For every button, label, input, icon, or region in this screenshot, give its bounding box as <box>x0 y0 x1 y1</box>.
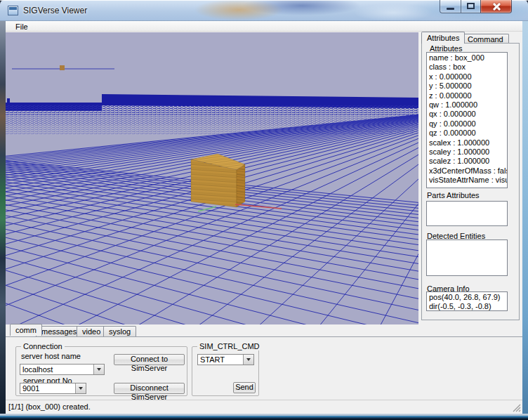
tab-attributes[interactable]: Attributes <box>421 32 465 44</box>
desktop: SIGVerse Viewer File <box>0 0 528 420</box>
sim-ctrl-cmd-combobox[interactable]: START <box>197 354 254 365</box>
taskbar-sliver <box>0 416 528 420</box>
caption-buttons <box>440 0 512 13</box>
comm-tabpage: Connection server host name localhost se… <box>6 336 522 400</box>
attribute-item[interactable]: qw : 1.000000 <box>427 100 507 110</box>
parts-attributes-listbox[interactable] <box>426 201 508 226</box>
distant-marker <box>60 65 65 70</box>
attribute-item[interactable]: scaley : 1.000000 <box>427 147 507 157</box>
scene-canvas <box>6 32 418 324</box>
attribute-item[interactable]: class : box <box>427 63 507 72</box>
chevron-down-icon <box>246 358 251 363</box>
sim-ctrl-dropdown-button[interactable] <box>243 355 253 365</box>
title-bar[interactable]: SIGVerse Viewer <box>0 0 528 21</box>
camera-info-box: pos(40.0, 26.8, 67.9) dir(-0.5, -0.3, -0… <box>426 291 508 311</box>
server-port-dropdown-button[interactable] <box>75 383 86 393</box>
resize-grip[interactable] <box>512 403 521 412</box>
close-icon <box>481 0 511 13</box>
minimize-icon <box>447 8 454 10</box>
maximize-button[interactable] <box>461 0 480 13</box>
attribute-item[interactable]: scalez : 1.000000 <box>427 157 507 166</box>
menu-bar: File <box>6 21 522 32</box>
client-area: Attributes Command Attributes name : box… <box>6 32 522 414</box>
attribute-item[interactable]: qy : 0.000000 <box>427 119 507 129</box>
tab-syslog[interactable]: syslog <box>103 326 136 337</box>
attribute-item[interactable]: x : 0.000000 <box>427 72 507 81</box>
sim-ctrl-cmd-value: START <box>200 355 242 364</box>
window-title: SIGVerse Viewer <box>23 6 87 15</box>
parts-attributes-label: Parts Attributes <box>427 191 480 199</box>
window-right-border <box>522 21 528 416</box>
menu-file[interactable]: File <box>11 22 32 32</box>
tab-video[interactable]: video <box>77 326 106 337</box>
viewport-3d[interactable] <box>6 32 418 324</box>
attribute-item[interactable]: y : 5.000000 <box>427 81 507 91</box>
server-host-combobox[interactable]: localhost <box>20 364 105 375</box>
attributes-listbox[interactable]: name : box_000 class : box x : 0.000000 … <box>426 52 508 188</box>
close-button[interactable] <box>480 0 512 13</box>
right-panel: Attributes Command Attributes name : box… <box>418 32 522 324</box>
detected-entities-listbox[interactable] <box>426 239 508 276</box>
window-left-border <box>0 21 6 416</box>
tab-messages[interactable]: messages <box>36 326 82 337</box>
server-host-value: localhost <box>22 365 92 374</box>
attribute-item[interactable]: visStateAttrName : visual <box>427 176 507 185</box>
box-right-face <box>237 164 245 207</box>
connection-group-label: Connection <box>21 342 65 350</box>
bottom-panel: comm messages video syslog Connection se… <box>6 324 522 400</box>
app-icon <box>8 6 18 15</box>
camera-pos: pos(40.0, 26.8, 67.9) <box>427 293 507 302</box>
attribute-item[interactable]: qx : 0.000000 <box>427 110 507 119</box>
camera-dir: dir(-0.5, -0.3, -0.8) <box>427 302 507 311</box>
status-bar: [1/1] (box_000) created. <box>6 400 522 414</box>
send-button[interactable]: Send <box>233 382 256 393</box>
sim-ctrl-group-label: SIM_CTRL_CMD <box>197 342 262 350</box>
grid-moire-mid <box>6 116 418 125</box>
grid-moire-dense <box>6 105 418 116</box>
status-message: [1/1] (box_000) created. <box>8 402 91 411</box>
attribute-item[interactable]: name : box_000 <box>427 53 507 63</box>
disconnect-button[interactable]: Disconnect SimServer <box>114 383 185 394</box>
tab-comm[interactable]: comm <box>10 324 42 336</box>
server-port-value: 9001 <box>22 384 74 393</box>
entity-box[interactable] <box>191 154 245 207</box>
server-port-combobox[interactable]: 9001 <box>20 383 86 394</box>
attribute-item[interactable]: x3dCenterOfMass : false <box>427 166 507 176</box>
attribute-item[interactable]: qz : 0.000000 <box>427 129 507 138</box>
attribute-item[interactable]: scalex : 1.000000 <box>427 138 507 147</box>
connect-button[interactable]: Connect to SimServer <box>114 354 185 365</box>
attribute-item[interactable]: z : 0.000000 <box>427 91 507 100</box>
grid-moire-far <box>6 125 418 135</box>
maximize-icon <box>467 3 475 9</box>
server-host-dropdown-button[interactable] <box>93 365 104 374</box>
minimize-button[interactable] <box>440 0 461 13</box>
chevron-down-icon <box>79 387 83 392</box>
chevron-down-icon <box>97 368 101 373</box>
server-host-label: server host name <box>21 352 81 360</box>
